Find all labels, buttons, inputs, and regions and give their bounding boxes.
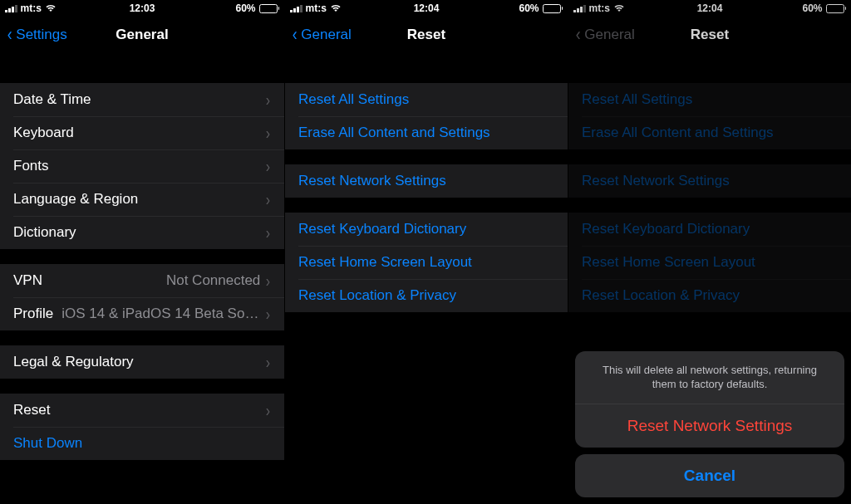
row-label: Reset Network Settings <box>298 173 446 189</box>
row-label: Shut Down <box>13 435 82 452</box>
row-label: Date & Time <box>13 91 91 108</box>
content-general: Date & Time›Keyboard›Fonts›Language & Re… <box>0 53 284 504</box>
chevron-right-icon: › <box>266 305 270 324</box>
sheet-dismiss-area[interactable] <box>575 7 844 351</box>
cellular-signal-icon <box>290 4 303 12</box>
settings-row[interactable]: Language & Region› <box>0 183 284 216</box>
section-gap <box>285 198 568 213</box>
settings-group: Reset Network Settings <box>285 164 568 198</box>
settings-row[interactable]: Dictionary› <box>0 216 284 249</box>
chevron-left-icon: ‹ <box>7 26 12 44</box>
chevron-right-icon: › <box>266 190 270 209</box>
battery-percent: 60% <box>519 2 539 14</box>
row-label: Reset All Settings <box>298 91 409 108</box>
sheet-message: This will delete all network settings, r… <box>575 351 844 404</box>
row-label: Keyboard <box>13 125 74 141</box>
settings-row[interactable]: Reset Location & Privacy <box>285 279 568 312</box>
sheet-cancel-button[interactable]: Cancel <box>575 454 844 497</box>
section-gap <box>285 53 568 83</box>
section-gap <box>0 249 284 264</box>
settings-row[interactable]: Keyboard› <box>0 116 284 149</box>
back-label: General <box>301 27 351 43</box>
back-label: Settings <box>16 27 66 43</box>
settings-row[interactable]: Legal & Regulatory› <box>0 345 284 379</box>
battery-icon <box>543 4 563 13</box>
chevron-right-icon: › <box>266 157 270 176</box>
status-bar: mt:s 12:04 60% <box>285 0 568 17</box>
settings-row[interactable]: Erase All Content and Settings <box>285 116 568 149</box>
settings-row[interactable]: Shut Down <box>0 427 284 460</box>
row-label: Profile <box>13 306 53 322</box>
settings-group: Legal & Regulatory› <box>0 345 284 379</box>
row-label: Erase All Content and Settings <box>298 125 490 141</box>
settings-row[interactable]: Date & Time› <box>0 83 284 116</box>
back-button[interactable]: ‹ Settings <box>7 26 67 44</box>
settings-group: Date & Time›Keyboard›Fonts›Language & Re… <box>0 83 284 249</box>
chevron-right-icon: › <box>266 124 270 143</box>
battery-icon <box>259 4 280 13</box>
row-label: Dictionary <box>13 224 76 241</box>
settings-row[interactable]: Fonts› <box>0 149 284 183</box>
nav-bar: ‹ General Reset <box>285 17 568 53</box>
settings-group: Reset Keyboard DictionaryReset Home Scre… <box>285 213 568 312</box>
carrier-label: mt:s <box>306 2 327 14</box>
settings-row[interactable]: Reset Keyboard Dictionary <box>285 213 568 246</box>
section-gap <box>285 149 568 164</box>
row-value: iOS 14 & iPadOS 14 Beta Softwar... <box>61 306 260 322</box>
screen-reset: mt:s 12:04 60% ‹ General Reset Reset All… <box>284 0 568 504</box>
row-label: Fonts <box>13 158 49 174</box>
chevron-right-icon: › <box>266 91 270 110</box>
carrier-label: mt:s <box>21 2 42 14</box>
section-gap <box>0 379 284 394</box>
chevron-right-icon: › <box>266 272 270 291</box>
chevron-right-icon: › <box>266 401 270 420</box>
section-gap <box>0 53 284 83</box>
battery-percent: 60% <box>235 2 255 14</box>
screen-general: mt:s 12:03 60% ‹ Settings General Date &… <box>0 0 284 504</box>
row-label: Language & Region <box>13 191 138 208</box>
row-value: Not Connected <box>51 272 260 289</box>
row-label: Reset Keyboard Dictionary <box>298 221 466 237</box>
row-label: VPN <box>13 272 42 289</box>
wifi-icon <box>45 3 57 14</box>
settings-group: Reset›Shut Down <box>0 394 284 460</box>
row-label: Reset Home Screen Layout <box>298 254 472 271</box>
chevron-right-icon: › <box>266 223 270 242</box>
sheet-action-reset-network[interactable]: Reset Network Settings <box>575 404 844 448</box>
settings-group: Reset All SettingsErase All Content and … <box>285 83 568 149</box>
section-gap <box>0 330 284 345</box>
settings-row[interactable]: Reset Network Settings <box>285 164 568 198</box>
cellular-signal-icon <box>5 4 17 12</box>
action-sheet-overlay[interactable]: This will delete all network settings, r… <box>568 0 851 504</box>
chevron-right-icon: › <box>266 353 270 372</box>
settings-row[interactable]: ProfileiOS 14 & iPadOS 14 Beta Softwar..… <box>0 297 284 330</box>
settings-row[interactable]: Reset All Settings <box>285 83 568 116</box>
settings-row[interactable]: VPNNot Connected› <box>0 264 284 297</box>
row-label: Reset Location & Privacy <box>298 287 456 304</box>
settings-group: VPNNot Connected›ProfileiOS 14 & iPadOS … <box>0 264 284 330</box>
row-label: Reset <box>13 402 50 418</box>
chevron-left-icon: ‹ <box>293 26 298 44</box>
screen-reset-sheet: mt:s 12:04 60% ‹ General Reset Reset All… <box>568 0 851 504</box>
row-label: Legal & Regulatory <box>13 354 134 370</box>
status-bar: mt:s 12:03 60% <box>0 0 284 17</box>
back-button[interactable]: ‹ General <box>292 26 352 44</box>
settings-row[interactable]: Reset Home Screen Layout <box>285 246 568 279</box>
action-sheet: This will delete all network settings, r… <box>575 351 844 448</box>
settings-row[interactable]: Reset› <box>0 394 284 427</box>
content-reset: Reset All SettingsErase All Content and … <box>285 53 568 504</box>
wifi-icon <box>330 3 342 14</box>
nav-bar: ‹ Settings General <box>0 17 284 53</box>
